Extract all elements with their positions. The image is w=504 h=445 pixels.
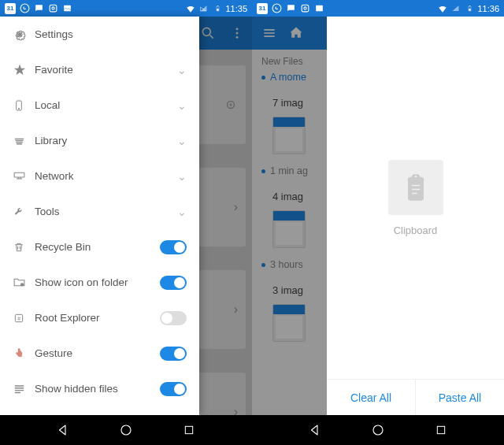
svg-rect-28 — [469, 6, 471, 6]
phone-icon — [13, 99, 35, 112]
battery-icon — [464, 3, 475, 14]
chevron-down-icon: ⌄ — [177, 64, 187, 76]
drawer-item-hidden[interactable]: Show hidden files — [0, 371, 199, 406]
svg-rect-5 — [217, 9, 218, 11]
drawer-item-settings[interactable]: Settings — [0, 17, 199, 52]
svg-point-2 — [51, 7, 54, 9]
svg-rect-30 — [437, 426, 444, 433]
drawer-item-favorite[interactable]: Favorite ⌄ — [0, 52, 199, 87]
svg-point-13 — [18, 32, 22, 36]
clock: 11:36 — [477, 4, 499, 13]
phone-right: 31 11:36 New Files A mome 7 im — [252, 0, 504, 445]
network-icon — [13, 169, 35, 183]
image-icon — [61, 3, 72, 14]
chevron-down-icon: ⌄ — [177, 135, 187, 147]
drawer-label: Recycle Bin — [35, 241, 160, 253]
lines-icon — [13, 382, 35, 395]
drawer-label: Gesture — [35, 347, 160, 359]
drawer-item-library[interactable]: Library ⌄ — [0, 123, 199, 158]
trash-icon — [13, 241, 35, 254]
svg-point-20 — [121, 425, 131, 435]
drawer-label: Network — [35, 170, 177, 182]
drawer-label: Show icon on folder — [35, 276, 160, 288]
paste-all-button[interactable]: Paste All — [416, 380, 504, 415]
whatsapp-icon — [19, 3, 30, 14]
gesture-icon — [13, 347, 35, 360]
system-nav — [252, 415, 504, 445]
wifi-icon — [437, 3, 448, 14]
toggle-switch[interactable] — [160, 347, 187, 361]
nav-drawer: Settings Favorite ⌄ Local ⌄ Library ⌄ Ne… — [0, 17, 199, 415]
calendar-icon: 31 — [257, 3, 268, 14]
svg-rect-16 — [14, 172, 24, 177]
drawer-label: Tools — [35, 206, 177, 217]
svg-point-0 — [20, 4, 29, 13]
back-button[interactable] — [55, 422, 71, 438]
signal-icon — [198, 3, 209, 14]
star-icon — [13, 63, 35, 77]
calendar-icon: 31 — [5, 3, 16, 14]
library-icon — [13, 134, 35, 147]
svg-rect-6 — [217, 6, 219, 6]
home-button[interactable] — [370, 422, 386, 438]
svg-point-15 — [18, 108, 19, 109]
svg-text:#: # — [17, 315, 20, 321]
home-button[interactable] — [118, 422, 134, 438]
instagram-icon — [299, 3, 310, 14]
svg-point-29 — [373, 425, 383, 435]
svg-rect-23 — [302, 5, 309, 12]
back-button[interactable] — [307, 422, 323, 438]
drawer-label: Favorite — [35, 64, 177, 76]
status-bar: 31 11:36 — [252, 0, 504, 17]
drawer-item-root[interactable]: # Root Explorer — [0, 300, 199, 336]
drawer-item-gesture[interactable]: Gesture — [0, 336, 199, 371]
clipboard-label: Clipboard — [394, 224, 438, 236]
drawer-label: Library — [35, 135, 177, 146]
drawer-label: Local — [35, 99, 177, 111]
signal-icon — [450, 3, 461, 14]
recents-button[interactable] — [181, 422, 197, 438]
drawer-label: Settings — [35, 28, 187, 40]
root-icon: # — [13, 312, 35, 324]
phone-left: 31 11:35 › › › — [0, 0, 252, 445]
drawer-item-foldericon[interactable]: Show icon on folder — [0, 265, 199, 300]
drawer-item-network[interactable]: Network ⌄ — [0, 158, 199, 194]
svg-rect-21 — [185, 426, 192, 433]
folder-badge-icon — [13, 276, 35, 289]
recents-button[interactable] — [433, 422, 449, 438]
whatsapp-icon — [271, 3, 282, 14]
message-icon — [33, 3, 44, 14]
svg-point-22 — [272, 4, 281, 13]
toggle-switch[interactable] — [160, 382, 187, 396]
battery-icon — [212, 3, 223, 14]
instagram-icon — [47, 3, 58, 14]
svg-point-17 — [20, 283, 24, 286]
system-nav — [0, 415, 252, 445]
chevron-down-icon: ⌄ — [177, 170, 187, 183]
toggle-switch[interactable] — [160, 240, 187, 254]
drawer-label: Show hidden files — [35, 383, 160, 395]
message-icon — [285, 3, 296, 14]
status-bar: 31 11:35 — [0, 0, 252, 17]
clipboard-panel: Clipboard Clear All Paste All — [327, 17, 504, 415]
clear-all-button[interactable]: Clear All — [327, 380, 416, 415]
clock: 11:35 — [225, 4, 247, 13]
wrench-icon — [13, 205, 35, 218]
image-icon — [313, 3, 324, 14]
toggle-switch[interactable] — [160, 276, 187, 290]
wifi-icon — [185, 3, 196, 14]
gear-icon — [13, 28, 35, 42]
clipboard-icon — [388, 160, 443, 215]
svg-rect-27 — [469, 9, 470, 11]
chevron-down-icon: ⌄ — [177, 206, 187, 218]
drawer-label: Root Explorer — [35, 312, 160, 324]
svg-rect-1 — [50, 5, 57, 12]
toggle-switch[interactable] — [160, 311, 187, 325]
chevron-down-icon: ⌄ — [177, 99, 187, 112]
svg-rect-25 — [316, 6, 323, 12]
drawer-item-tools[interactable]: Tools ⌄ — [0, 194, 199, 229]
drawer-item-recycle[interactable]: Recycle Bin — [0, 229, 199, 265]
drawer-item-local[interactable]: Local ⌄ — [0, 87, 199, 123]
svg-point-24 — [303, 7, 306, 9]
